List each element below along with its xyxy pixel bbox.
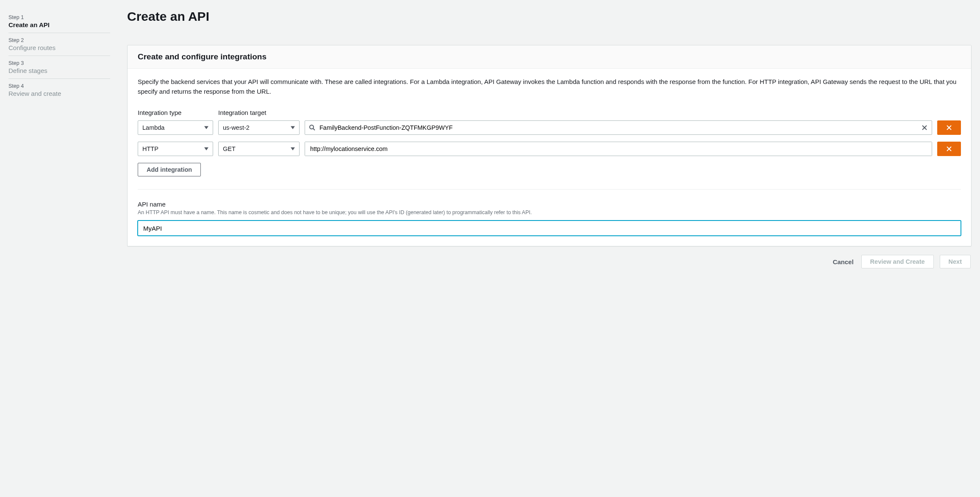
step-title: Define stages [8,67,110,74]
step-title: Configure routes [8,44,110,51]
add-integration-button[interactable]: Add integration [138,163,201,176]
integration-target-select[interactable]: us-west-2 [218,120,300,135]
integration-type-value: HTTP [142,145,158,152]
remove-integration-button[interactable] [937,120,961,135]
lambda-function-input[interactable] [305,120,932,135]
http-url-input[interactable] [305,142,932,156]
step-number: Step 1 [8,14,110,20]
page-title: Create an API [127,8,972,24]
step-review-create[interactable]: Step 4 Review and create [8,79,110,101]
wizard-footer: Cancel Review and Create Next [127,255,972,268]
close-icon [946,145,952,152]
integration-target-value: us-west-2 [223,124,250,131]
step-title: Review and create [8,90,110,97]
chevron-down-icon [204,126,208,129]
http-url-input-wrap [305,142,932,156]
col-integration-type: Integration type [138,109,213,116]
integration-method-value: GET [223,145,236,152]
close-icon [946,124,952,131]
api-name-label: API name [138,201,961,208]
clear-icon[interactable] [921,124,928,131]
integration-row: HTTP GET [138,142,961,156]
integration-type-select[interactable]: HTTP [138,142,213,156]
step-create-api[interactable]: Step 1 Create an API [8,10,110,33]
panel-header: Create and configure integrations [128,45,971,69]
step-configure-routes[interactable]: Step 2 Configure routes [8,33,110,56]
search-icon [309,124,316,131]
svg-line-1 [313,128,315,130]
cancel-button[interactable]: Cancel [831,256,855,268]
wizard-sidebar: Step 1 Create an API Step 2 Configure ro… [8,8,127,489]
section-divider [138,189,961,190]
svg-point-0 [310,125,314,129]
api-name-hint: An HTTP API must have a name. This name … [138,209,961,215]
lambda-function-search [305,120,932,135]
main-content: Create an API Create and configure integ… [127,8,972,489]
chevron-down-icon [204,148,208,151]
step-title: Create an API [8,21,110,28]
integration-type-select[interactable]: Lambda [138,120,213,135]
integration-method-select[interactable]: GET [218,142,300,156]
remove-integration-button[interactable] [937,142,961,156]
panel-description: Specify the backend services that your A… [138,77,961,96]
integration-type-value: Lambda [142,124,164,131]
step-number: Step 4 [8,83,110,89]
col-integration-target: Integration target [218,109,300,116]
chevron-down-icon [291,148,295,151]
chevron-down-icon [291,126,295,129]
integration-row: Lambda us-west-2 [138,120,961,135]
step-number: Step 2 [8,37,110,43]
next-button[interactable]: Next [940,255,971,268]
integrations-panel: Create and configure integrations Specif… [127,45,972,246]
api-name-input[interactable] [138,221,961,236]
step-number: Step 3 [8,60,110,66]
step-define-stages[interactable]: Step 3 Define stages [8,56,110,79]
integrations-table-header: Integration type Integration target [138,109,961,116]
review-and-create-button[interactable]: Review and Create [861,255,934,268]
panel-title: Create and configure integrations [138,52,961,61]
